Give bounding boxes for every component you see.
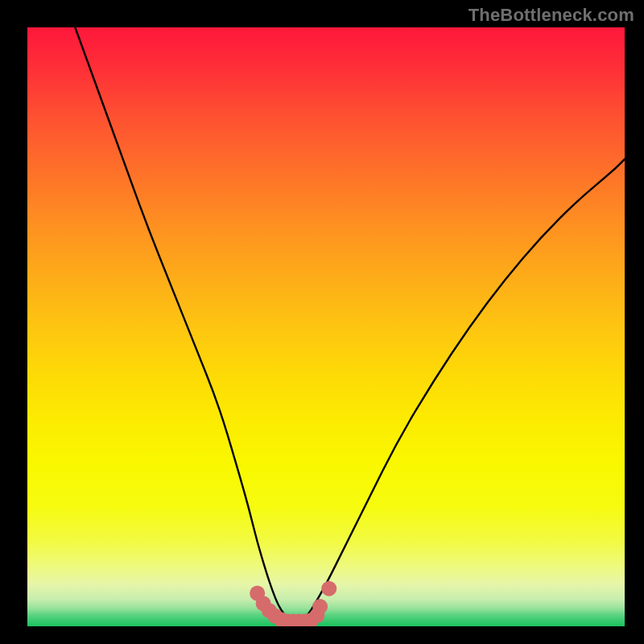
bottleneck-curve — [75, 27, 625, 621]
highlight-dots — [250, 581, 336, 626]
chart-frame: TheBottleneck.com — [0, 0, 644, 644]
highlight-dot — [312, 599, 328, 614]
plot-area — [27, 27, 625, 626]
highlight-dot — [321, 581, 336, 597]
curve-layer — [27, 27, 625, 626]
watermark-text: TheBottleneck.com — [469, 5, 634, 26]
